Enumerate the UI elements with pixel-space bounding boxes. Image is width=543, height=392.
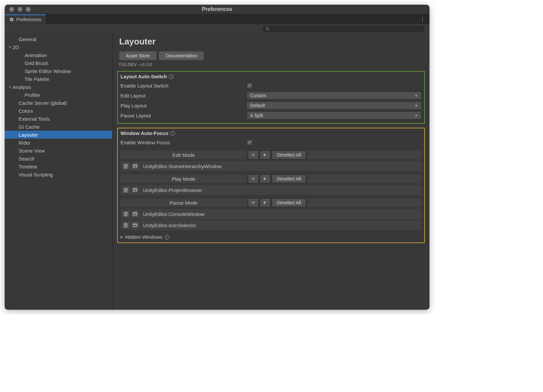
asset-store-button[interactable]: Asset Store: [119, 51, 156, 60]
mode-title: Play Mode: [120, 174, 247, 183]
search-icon: [266, 27, 270, 31]
foldout-arrow-icon: ▶: [120, 235, 123, 239]
content-pane: Layouter Asset Store Documentation F10.D…: [113, 33, 429, 310]
sidebar-item-label: Colors: [19, 108, 33, 114]
edit-layout-label: Edit Layout: [120, 93, 247, 98]
enable-window-focus-checkbox[interactable]: ✓: [247, 139, 253, 145]
tab-preferences[interactable]: Preferences: [5, 14, 46, 24]
sidebar-item-tile-palette[interactable]: Tile Palette: [5, 75, 112, 83]
sidebar-item-label: Profiler: [25, 92, 40, 98]
sidebar-item-analysis[interactable]: ▼Analysis: [5, 83, 112, 91]
svg-rect-8: [133, 189, 137, 191]
window-icon[interactable]: [131, 210, 139, 218]
documentation-button[interactable]: Documentation: [159, 51, 203, 60]
edit-layout-dropdown[interactable]: Custom▼: [247, 92, 422, 99]
sidebar-item-visual-scripting[interactable]: Visual Scripting: [5, 170, 112, 178]
svg-rect-14: [133, 224, 137, 227]
add-button[interactable]: [248, 198, 259, 207]
sidebar-item-sprite-editor-window[interactable]: Sprite Editor Window: [5, 67, 112, 75]
window-title: Preferences: [5, 6, 429, 12]
sidebar-item-label: Search: [19, 156, 35, 162]
sidebar-item-label: Cache Server (global): [19, 100, 67, 106]
sidebar-item-rider[interactable]: Rider: [5, 139, 112, 147]
mode-header-row: Play Mode Deselect All: [120, 174, 422, 184]
enable-layout-switch-checkbox[interactable]: ✓: [247, 83, 253, 89]
sidebar: General▼2DAnimationGrid BrushSprite Edit…: [5, 33, 113, 310]
pick-button[interactable]: [260, 198, 271, 207]
section-title: Layout Auto-Switch: [120, 74, 167, 79]
sidebar-item-animation[interactable]: Animation: [5, 51, 112, 59]
window-icon[interactable]: [131, 186, 139, 194]
gear-icon: [9, 17, 14, 22]
enable-layout-switch-label: Enable Layout Switch: [120, 83, 247, 89]
window-entry-row: UnityEditor.ConsoleWindow: [120, 209, 422, 219]
window-controls: [5, 7, 31, 12]
info-icon[interactable]: i: [165, 235, 169, 239]
sidebar-item-profiler[interactable]: Profiler: [5, 91, 112, 99]
maximize-window-button[interactable]: [26, 7, 31, 12]
sidebar-item-label: External Tools: [19, 116, 50, 122]
minimize-window-button[interactable]: [18, 7, 22, 12]
play-layout-label: Play Layout: [120, 103, 247, 108]
sidebar-item-grid-brush[interactable]: Grid Brush: [5, 59, 112, 67]
deselect-all-button[interactable]: Deselect All: [272, 174, 306, 183]
delete-entry-button[interactable]: [122, 210, 130, 218]
sidebar-item-label: Scene View: [19, 148, 45, 154]
sidebar-item-label: Layouter: [19, 132, 38, 138]
window-entry-row: UnityEditor.IconSelector: [120, 220, 422, 230]
chevron-down-icon: ▼: [415, 94, 418, 98]
titlebar: Preferences: [5, 5, 429, 14]
sidebar-item-general[interactable]: General: [5, 35, 112, 43]
window-icon[interactable]: [131, 163, 139, 170]
enable-window-focus-label: Enable Window Focus: [120, 140, 247, 145]
sidebar-item-external-tools[interactable]: External Tools: [5, 115, 112, 123]
chevron-down-icon: ▼: [415, 104, 418, 107]
tab-label: Preferences: [16, 17, 41, 22]
deselect-all-button[interactable]: Deselect All: [272, 198, 306, 207]
sidebar-item-search[interactable]: Search: [5, 155, 112, 163]
version-text: F10.DEV - v1.0.0: [119, 62, 425, 67]
mode-title: Edit Mode: [120, 151, 247, 159]
sidebar-item-label: Analysis: [13, 84, 31, 90]
preferences-window: Preferences Preferences ⋮ General▼2DAnim…: [5, 5, 429, 310]
sidebar-item-label: General: [19, 36, 36, 42]
sidebar-item-timeline[interactable]: Timeline: [5, 163, 112, 170]
pick-button[interactable]: [260, 151, 271, 159]
svg-rect-4: [133, 165, 137, 167]
mode-header-row: Pause Mode Deselect All: [120, 198, 422, 208]
window-entry-row: UnityEditor.ProjectBrowser: [120, 185, 422, 195]
search-row: [5, 24, 429, 33]
section-title: Window Auto-Focus: [120, 130, 168, 136]
delete-entry-button[interactable]: [122, 186, 130, 194]
delete-entry-button[interactable]: [122, 163, 130, 170]
info-icon[interactable]: i: [170, 131, 175, 136]
chevron-down-icon: ▼: [415, 114, 418, 117]
sidebar-item-label: GI Cache: [19, 124, 39, 130]
deselect-all-button[interactable]: Deselect All: [272, 151, 306, 159]
entry-label: UnityEditor.ConsoleWindow: [140, 211, 420, 217]
entry-label: UnityEditor.IconSelector: [140, 223, 420, 228]
sidebar-item-scene-view[interactable]: Scene View: [5, 147, 112, 155]
pause-layout-dropdown[interactable]: 4 Split▼: [247, 111, 422, 119]
hidden-windows-foldout[interactable]: ▶ Hidden Windows i: [120, 234, 422, 240]
sidebar-item-cache-server-global-[interactable]: Cache Server (global): [5, 99, 112, 107]
svg-rect-12: [133, 213, 137, 215]
sidebar-item-colors[interactable]: Colors: [5, 107, 112, 115]
add-button[interactable]: [248, 174, 259, 183]
close-window-button[interactable]: [9, 7, 14, 12]
tab-menu-button[interactable]: ⋮: [420, 16, 426, 22]
window-icon[interactable]: [131, 222, 139, 229]
svg-line-1: [268, 30, 269, 30]
delete-entry-button[interactable]: [122, 222, 130, 229]
sidebar-item-gi-cache[interactable]: GI Cache: [5, 123, 112, 131]
sidebar-item-layouter[interactable]: Layouter: [5, 131, 112, 139]
window-entry-row: UnityEditor.SceneHierarchyWindow: [120, 161, 422, 171]
sidebar-item-2d[interactable]: ▼2D: [5, 43, 112, 51]
info-icon[interactable]: i: [169, 74, 174, 79]
search-input[interactable]: [262, 26, 425, 32]
mode-header-row: Edit Mode Deselect All: [120, 150, 422, 160]
play-layout-dropdown[interactable]: Default▼: [247, 101, 422, 109]
add-button[interactable]: [248, 151, 259, 159]
entry-label: UnityEditor.ProjectBrowser: [140, 187, 420, 193]
pick-button[interactable]: [260, 174, 271, 183]
